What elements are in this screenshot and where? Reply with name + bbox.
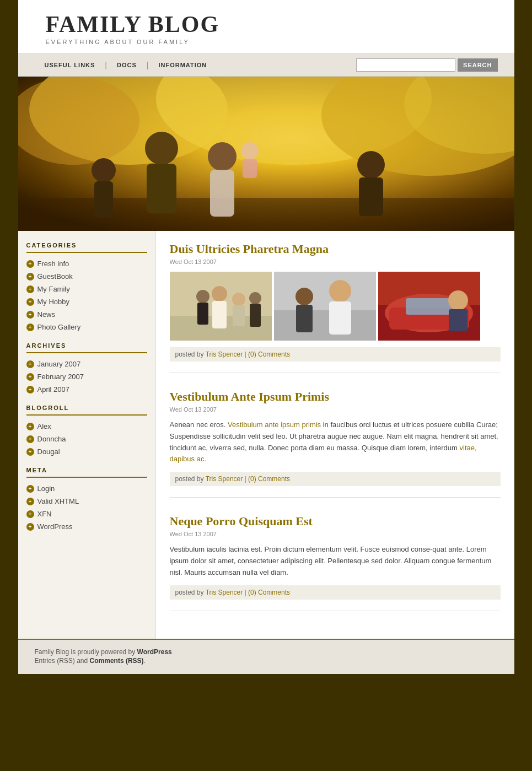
plus-icon: +: [26, 285, 34, 293]
post-1: Duis Ultricies Pharetra Magna Wed Oct 13…: [170, 242, 501, 373]
categories-title: CATEGORIES: [26, 242, 147, 253]
svg-rect-8: [94, 181, 113, 217]
post-3-title: Neque Porro Quisquam Est: [170, 514, 501, 529]
svg-rect-16: [359, 177, 383, 216]
sidebar: CATEGORIES + Fresh info + GuestBook + My…: [18, 231, 156, 639]
svg-rect-30: [329, 301, 351, 335]
archives-title: ARCHIVES: [26, 342, 147, 353]
post-2-title: Vestibulum Ante Ipsum Primis: [170, 390, 501, 404]
plus-icon: +: [26, 523, 34, 531]
search-button[interactable]: SEARCH: [458, 58, 497, 72]
svg-point-38: [448, 290, 468, 310]
sidebar-item-donncha[interactable]: + Donncha: [26, 435, 147, 443]
svg-rect-10: [147, 164, 176, 213]
post-1-images: [170, 272, 501, 341]
plus-icon: +: [26, 510, 34, 518]
post-image-doctor: [274, 272, 376, 341]
sidebar-item-dougal[interactable]: + Dougal: [26, 447, 147, 456]
plus-icon: +: [26, 386, 34, 393]
post-3-content: Vestibulum iaculis lacinia est. Proin di…: [170, 544, 501, 578]
sidebar-item-valid-xhtml[interactable]: + Valid XHTML: [26, 497, 147, 505]
post-image-car: [378, 272, 480, 341]
svg-rect-26: [250, 304, 261, 327]
post-2-author[interactable]: Tris Spencer: [206, 475, 243, 483]
sidebar-item-apr-2007[interactable]: + April 2007: [26, 385, 147, 393]
plus-icon: +: [26, 485, 34, 493]
post-1-author[interactable]: Tris Spencer: [206, 351, 243, 358]
post-2-text-before: Aenean nec eros.: [170, 420, 226, 429]
post-2-content: Aenean nec eros. Vestibulum ante ipsum p…: [170, 419, 501, 465]
plus-icon: +: [26, 498, 34, 505]
post-1-date: Wed Oct 13 2007: [170, 258, 501, 265]
svg-rect-20: [197, 303, 208, 325]
svg-rect-28: [274, 310, 376, 341]
blogroll-title: BLOGROLL: [26, 405, 147, 416]
svg-point-11: [208, 142, 237, 171]
hero-image: [18, 77, 514, 231]
plus-icon: +: [26, 311, 34, 319]
post-2: Vestibulum Ante Ipsum Primis Wed Oct 13 …: [170, 390, 501, 498]
svg-rect-37: [406, 298, 453, 315]
hero-svg: [18, 77, 514, 231]
svg-rect-12: [210, 170, 234, 217]
svg-point-19: [196, 290, 209, 303]
plus-icon: +: [26, 324, 34, 331]
sidebar-item-my-family[interactable]: + My Family: [26, 285, 147, 293]
plus-icon: +: [26, 273, 34, 281]
categories-section: CATEGORIES + Fresh info + GuestBook + My…: [26, 242, 147, 331]
svg-rect-24: [233, 305, 245, 326]
svg-point-15: [357, 151, 385, 179]
post-3-author[interactable]: Tris Spencer: [206, 589, 243, 596]
site-title: FAMILY BLOG: [46, 11, 498, 37]
footer-line-1: Family Blog is proudly powered by WordPr…: [35, 648, 498, 656]
sidebar-item-jan-2007[interactable]: + January 2007: [26, 360, 147, 368]
svg-rect-22: [212, 301, 227, 328]
svg-point-9: [145, 132, 178, 165]
sidebar-item-login[interactable]: + Login: [26, 484, 147, 493]
svg-point-29: [329, 280, 351, 302]
footer: Family Blog is proudly powered by WordPr…: [18, 639, 514, 674]
nav-docs[interactable]: DOCS: [107, 62, 147, 68]
plus-icon: +: [26, 423, 34, 430]
meta-section: META + Login + Valid XHTML + XFN + WordP…: [26, 467, 147, 531]
plus-icon: +: [26, 360, 34, 368]
sidebar-item-photo-gallery[interactable]: + Photo Gallery: [26, 323, 147, 331]
nav-useful-links[interactable]: USEFUL LINKS: [35, 62, 105, 68]
archives-section: ARCHIVES + January 2007 + February 2007 …: [26, 342, 147, 393]
post-3: Neque Porro Quisquam Est Wed Oct 13 2007…: [170, 514, 501, 611]
sidebar-item-wordpress[interactable]: + WordPress: [26, 522, 147, 531]
sidebar-item-fresh-info[interactable]: + Fresh info: [26, 260, 147, 268]
blogroll-section: BLOGROLL + Alex + Donncha + Dougal: [26, 405, 147, 456]
plus-icon: +: [26, 448, 34, 456]
sidebar-item-alex[interactable]: + Alex: [26, 422, 147, 430]
post-3-comments[interactable]: (0) Comments: [248, 589, 290, 596]
footer-comments-link[interactable]: Comments (RSS): [90, 657, 144, 665]
sidebar-item-guestbook[interactable]: + GuestBook: [26, 272, 147, 281]
footer-wordpress-link[interactable]: WordPress: [137, 648, 172, 656]
sidebar-item-news[interactable]: + News: [26, 310, 147, 319]
post-1-comments[interactable]: (0) Comments: [248, 351, 290, 358]
svg-point-25: [249, 292, 261, 304]
svg-point-13: [241, 142, 259, 160]
header: FAMILY BLOG EVERYTHING ABOUT OUR FAMILY: [18, 0, 514, 53]
svg-rect-39: [449, 309, 467, 331]
plus-icon: +: [26, 435, 34, 443]
meta-title: META: [26, 467, 147, 478]
post-2-link1[interactable]: Vestibulum ante ipsum primis: [228, 420, 321, 429]
plus-icon: +: [26, 373, 34, 381]
post-1-title: Duis Ultricies Pharetra Magna: [170, 242, 501, 256]
sidebar-item-feb-2007[interactable]: + February 2007: [26, 373, 147, 381]
nav-information[interactable]: INFORMATION: [148, 62, 217, 68]
site-subtitle: EVERYTHING ABOUT OUR FAMILY: [46, 39, 498, 45]
sidebar-item-my-hobby[interactable]: + My Hobby: [26, 298, 147, 306]
search-input[interactable]: [356, 58, 455, 72]
svg-rect-6: [18, 198, 514, 231]
post-2-date: Wed Oct 13 2007: [170, 406, 501, 413]
svg-point-23: [232, 293, 245, 306]
sidebar-item-xfn[interactable]: + XFN: [26, 510, 147, 518]
post-2-footer: posted by Tris Spencer | (0) Comments: [170, 472, 501, 486]
post-1-footer: posted by Tris Spencer | (0) Comments: [170, 347, 501, 362]
svg-point-21: [212, 286, 227, 301]
post-3-date: Wed Oct 13 2007: [170, 531, 501, 537]
post-2-comments[interactable]: (0) Comments: [248, 475, 290, 483]
